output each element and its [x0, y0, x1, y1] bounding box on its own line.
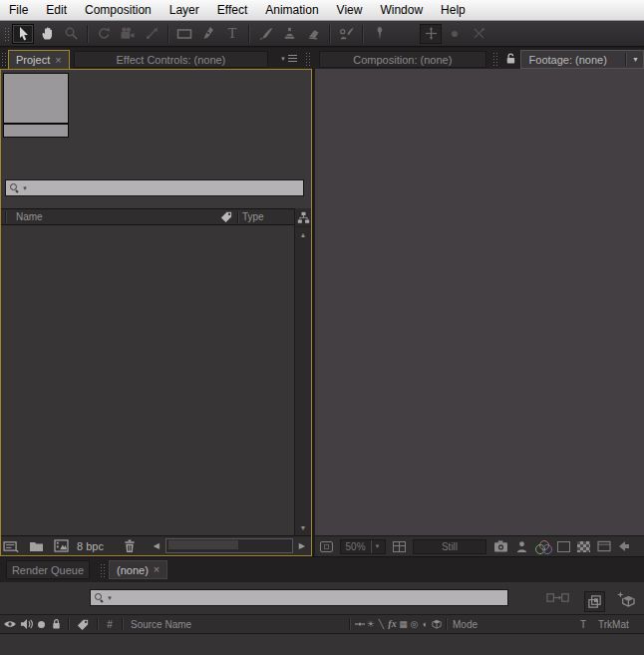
new-composition-icon[interactable] [51, 539, 71, 552]
rotation-tool-icon[interactable] [93, 24, 115, 44]
menu-view[interactable]: View [328, 0, 372, 20]
eraser-tool-icon[interactable] [302, 24, 324, 44]
new-folder-icon[interactable] [26, 540, 46, 552]
3d-layer-cube-icon[interactable] [431, 619, 442, 629]
effects-fx-icon[interactable]: fx [387, 619, 398, 629]
dropdown-arrow-icon[interactable]: ▼ [375, 543, 381, 549]
menu-window[interactable]: Window [371, 0, 432, 20]
grid-and-guides-icon[interactable] [393, 541, 406, 552]
pan-behind-tool-icon[interactable] [141, 24, 162, 44]
label-tag-icon[interactable] [219, 210, 233, 223]
clone-stamp-tool-icon[interactable] [278, 24, 300, 44]
bit-depth-label[interactable]: 8 bpc [77, 540, 104, 552]
timeline-search-field[interactable]: ▼ [90, 589, 508, 606]
magnification-dropdown[interactable]: 50% ▼ [340, 539, 386, 554]
search-options-arrow-icon[interactable]: ▼ [107, 595, 113, 601]
scrollbar-thumb[interactable] [168, 540, 238, 549]
timeline-search-input[interactable] [116, 590, 503, 605]
time-display[interactable]: Still [413, 539, 486, 554]
type-tool-icon[interactable]: T [221, 24, 243, 44]
column-mode-label[interactable]: Mode [453, 619, 506, 630]
column-number-label[interactable]: # [102, 619, 118, 630]
footage-viewer-selector[interactable]: Footage: (none) ▼ [520, 50, 644, 69]
snapshot-camera-icon[interactable] [493, 540, 508, 552]
project-item-list[interactable] [1, 225, 294, 535]
view-axis-mode-icon[interactable] [468, 24, 489, 44]
safe-margins-icon[interactable] [320, 541, 333, 552]
menu-effect[interactable]: Effect [208, 0, 256, 20]
world-axis-mode-icon[interactable] [444, 24, 466, 44]
mini-flowchart-icon[interactable] [546, 591, 570, 604]
panel-grip[interactable] [100, 563, 105, 577]
panel-grip[interactable] [1, 52, 6, 66]
puppet-pin-tool-icon[interactable] [368, 24, 390, 44]
brush-tool-icon[interactable] [254, 24, 276, 44]
selection-tool-icon[interactable] [12, 24, 34, 44]
tab-timeline-none[interactable]: (none) × [109, 560, 167, 579]
project-flowchart-icon[interactable] [295, 208, 311, 227]
timeline-layer-area[interactable] [0, 635, 644, 655]
tab-project[interactable]: Project × [8, 50, 70, 69]
menu-layer[interactable]: Layer [161, 0, 208, 20]
menu-file[interactable]: File [0, 0, 37, 20]
show-snapshot-person-icon[interactable] [515, 540, 528, 553]
composition-flowchart-icon[interactable] [584, 591, 605, 612]
shy-switch-icon[interactable] [354, 620, 365, 628]
viewer-lock-icon[interactable] [503, 52, 516, 65]
show-channel-icon[interactable] [535, 540, 550, 552]
tab-composition[interactable]: Composition: (none) [319, 51, 486, 68]
column-type-label[interactable]: Type [242, 211, 294, 222]
scroll-down-icon[interactable]: ▼ [295, 520, 311, 534]
close-icon[interactable]: × [154, 564, 160, 575]
adjustment-layer-icon[interactable]: ◐ [420, 620, 431, 629]
menu-edit[interactable]: Edit [37, 0, 76, 20]
panel-menu-icon[interactable]: ▼ [280, 55, 297, 62]
project-search-input[interactable] [31, 180, 299, 195]
column-name-label[interactable]: Name [16, 211, 219, 222]
video-eye-icon[interactable] [2, 619, 18, 629]
roto-brush-tool-icon[interactable] [335, 24, 357, 44]
local-axis-mode-icon[interactable] [420, 24, 442, 44]
menu-animation[interactable]: Animation [256, 0, 327, 20]
fast-previews-icon[interactable] [618, 540, 630, 552]
interpret-footage-icon[interactable] [1, 540, 21, 552]
motion-blur-icon[interactable]: ◎ [409, 620, 420, 629]
menu-help[interactable]: Help [432, 0, 475, 20]
toolbar-grip[interactable] [4, 27, 9, 41]
collapse-transformations-icon[interactable]: ☀ [365, 620, 376, 629]
camera-tool-icon[interactable] [117, 24, 139, 44]
panel-grip[interactable] [305, 52, 310, 66]
pixel-aspect-correction-icon[interactable] [597, 540, 611, 552]
trash-icon[interactable] [120, 539, 140, 553]
project-search-field[interactable]: ▼ [5, 179, 304, 196]
region-of-interest-icon[interactable] [557, 541, 570, 552]
search-options-arrow-icon[interactable]: ▼ [22, 185, 28, 191]
label-tag-icon[interactable] [73, 618, 93, 631]
frame-blend-icon[interactable]: ▦ [398, 620, 409, 629]
footage-viewer-panel[interactable] [315, 69, 644, 556]
tab-render-queue[interactable]: Render Queue [6, 560, 90, 579]
menu-composition[interactable]: Composition [76, 0, 161, 20]
hand-tool-icon[interactable] [36, 24, 58, 44]
scroll-right-icon[interactable]: ▶ [295, 541, 309, 550]
lock-icon[interactable] [49, 618, 64, 630]
rectangle-tool-icon[interactable] [173, 24, 195, 44]
scroll-left-icon[interactable]: ◀ [150, 541, 163, 550]
scroll-up-icon[interactable]: ▲ [295, 227, 311, 241]
column-trkmat-label[interactable]: TrkMat [598, 619, 644, 630]
audio-speaker-icon[interactable] [18, 618, 34, 630]
transparency-grid-icon[interactable] [577, 541, 590, 552]
dropdown-arrow-icon[interactable]: ▼ [632, 56, 639, 63]
horizontal-scrollbar[interactable] [165, 538, 293, 553]
tab-effect-controls[interactable]: Effect Controls: (none) [74, 51, 268, 68]
quality-switch-icon[interactable]: ╲ [376, 620, 387, 629]
project-scrollbar[interactable]: ▲ ▼ [294, 208, 311, 535]
solo-icon[interactable] [34, 621, 49, 628]
column-trkmat-toggle-label[interactable]: T [580, 619, 598, 630]
zoom-tool-icon[interactable] [60, 24, 82, 44]
close-icon[interactable]: × [55, 55, 61, 66]
column-source-name-label[interactable]: Source Name [131, 619, 191, 630]
pen-tool-icon[interactable] [197, 24, 219, 44]
panel-grip[interactable] [492, 52, 497, 66]
brainstorm-icon[interactable] [616, 591, 636, 608]
